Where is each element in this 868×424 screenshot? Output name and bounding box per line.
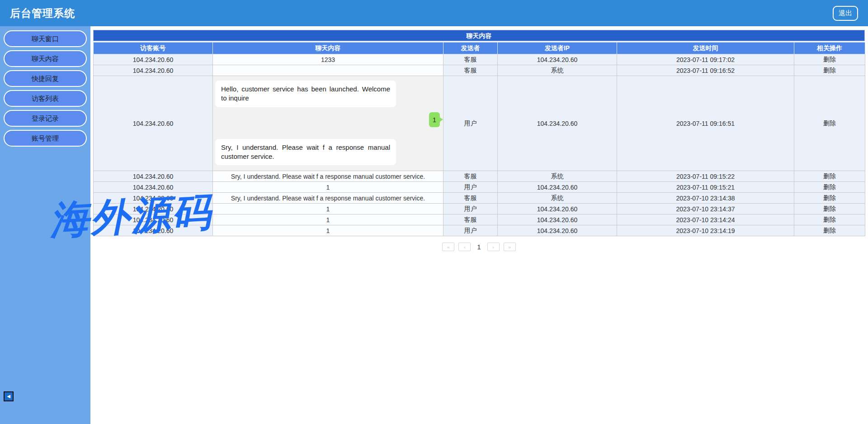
pagination-next-button[interactable]: › bbox=[487, 243, 500, 251]
cell-chat-content: 1 bbox=[213, 214, 443, 225]
cell-sender: 客服 bbox=[443, 171, 498, 182]
cell-sender: 用户 bbox=[443, 204, 498, 214]
table-row: 104.234.20.601233客服104.234.20.602023-07-… bbox=[94, 54, 865, 65]
cell-sender: 用户 bbox=[443, 76, 498, 171]
cell-visitor-account: 104.234.20.60 bbox=[94, 65, 213, 76]
cell-actions: 删除 bbox=[794, 214, 865, 225]
unread-count-badge: 1 bbox=[429, 112, 440, 127]
cell-sender-ip: 系统 bbox=[498, 171, 617, 182]
cell-visitor-account: 104.234.20.60 bbox=[94, 214, 213, 225]
table-body: 104.234.20.601233客服104.234.20.602023-07-… bbox=[94, 54, 865, 236]
cell-actions: 删除 bbox=[794, 182, 865, 193]
delete-button[interactable]: 删除 bbox=[823, 172, 836, 180]
chat-panel: Hello, customer service has been launche… bbox=[213, 76, 443, 165]
cell-send-time: 2023-07-11 09:15:22 bbox=[617, 171, 794, 182]
cell-sender-ip: 104.234.20.60 bbox=[498, 54, 617, 65]
cell-send-time: 2023-07-10 23:14:37 bbox=[617, 204, 794, 214]
chevron-left-icon: ◀ bbox=[7, 394, 10, 399]
page-title: 后台管理系统 bbox=[10, 6, 75, 20]
cell-sender: 客服 bbox=[443, 54, 498, 65]
table-row: 104.234.20.60Sry, I understand. Please w… bbox=[94, 171, 865, 182]
column-header: 访客账号 bbox=[94, 43, 213, 54]
sidebar-item-2[interactable]: 快捷回复 bbox=[4, 70, 87, 87]
cell-visitor-account: 104.234.20.60 bbox=[94, 76, 213, 171]
cell-sender: 客服 bbox=[443, 214, 498, 225]
cell-sender: 客服 bbox=[443, 193, 498, 204]
cell-actions: 删除 bbox=[794, 193, 865, 204]
sidebar-item-4[interactable]: 登录记录 bbox=[4, 110, 87, 127]
pagination-current-page: 1 bbox=[477, 243, 481, 251]
cell-visitor-account: 104.234.20.60 bbox=[94, 171, 213, 182]
cell-sender-ip: 104.234.20.60 bbox=[498, 214, 617, 225]
cell-sender: 用户 bbox=[443, 225, 498, 236]
cell-send-time: 2023-07-10 23:14:38 bbox=[617, 193, 794, 204]
chat-content-table: 聊天内容 访客账号聊天内容发送者发送者IP发送时间相关操作 104.234.20… bbox=[93, 30, 865, 236]
pagination-last-button[interactable]: » bbox=[504, 243, 516, 251]
app-header: 后台管理系统 退出 bbox=[0, 0, 868, 26]
cell-chat-content: 1 bbox=[213, 182, 443, 193]
cell-chat-content: Sry, I understand. Please wait f a respo… bbox=[213, 193, 443, 204]
cell-sender-ip: 系统 bbox=[498, 65, 617, 76]
cell-sender: 客服 bbox=[443, 65, 498, 76]
delete-button[interactable]: 删除 bbox=[823, 194, 836, 201]
cell-actions: 删除 bbox=[794, 76, 865, 171]
delete-button[interactable]: 删除 bbox=[823, 67, 836, 74]
table-row: 104.234.20.601客服104.234.20.602023-07-10 … bbox=[94, 214, 865, 225]
cell-sender-ip: 104.234.20.60 bbox=[498, 76, 617, 171]
cell-chat-content: Sry, I understand. Please wait f a respo… bbox=[213, 171, 443, 182]
delete-button[interactable]: 删除 bbox=[823, 56, 836, 63]
cell-send-time: 2023-07-10 23:14:24 bbox=[617, 214, 794, 225]
delete-button[interactable]: 删除 bbox=[823, 205, 836, 212]
table-title: 聊天内容 bbox=[93, 30, 865, 41]
logout-button[interactable]: 退出 bbox=[833, 6, 858, 21]
delete-button[interactable]: 删除 bbox=[823, 119, 836, 127]
column-header: 发送者IP bbox=[498, 43, 617, 54]
cell-visitor-account: 104.234.20.60 bbox=[94, 54, 213, 65]
column-header: 相关操作 bbox=[794, 43, 865, 54]
cell-send-time: 2023-07-11 09:16:52 bbox=[617, 65, 794, 76]
cell-chat-content: 1 bbox=[213, 204, 443, 214]
cell-sender-ip: 104.234.20.60 bbox=[498, 182, 617, 193]
sidebar-item-3[interactable]: 访客列表 bbox=[4, 90, 87, 107]
cell-chat-content bbox=[213, 65, 443, 76]
cell-sender-ip: 系统 bbox=[498, 193, 617, 204]
pagination-prev-button[interactable]: ‹ bbox=[458, 243, 471, 251]
sidebar-item-5[interactable]: 账号管理 bbox=[4, 130, 87, 147]
chat-bubble: Sry, I understand. Please wait f a respo… bbox=[215, 139, 396, 166]
delete-button[interactable]: 删除 bbox=[823, 227, 836, 234]
delete-button[interactable]: 删除 bbox=[823, 183, 836, 191]
sidebar-collapse-button[interactable]: ◀ bbox=[4, 391, 14, 401]
cell-actions: 删除 bbox=[794, 65, 865, 76]
cell-visitor-account: 104.234.20.60 bbox=[94, 182, 213, 193]
cell-sender-ip: 104.234.20.60 bbox=[498, 225, 617, 236]
cell-send-time: 2023-07-10 23:14:19 bbox=[617, 225, 794, 236]
cell-send-time: 2023-07-11 09:15:21 bbox=[617, 182, 794, 193]
cell-visitor-account: 104.234.20.60 bbox=[94, 204, 213, 214]
table-row: 104.234.20.601用户104.234.20.602023-07-11 … bbox=[94, 182, 865, 193]
cell-actions: 删除 bbox=[794, 225, 865, 236]
table-row: 104.234.20.601用户104.234.20.602023-07-10 … bbox=[94, 225, 865, 236]
cell-send-time: 2023-07-11 09:17:02 bbox=[617, 54, 794, 65]
table-row: 104.234.20.601用户104.234.20.602023-07-10 … bbox=[94, 204, 865, 214]
chat-bubble: Hello, customer service has been launche… bbox=[215, 81, 396, 107]
sidebar: 聊天窗口聊天内容快捷回复访客列表登录记录账号管理 ◀ bbox=[0, 26, 90, 424]
cell-actions: 删除 bbox=[794, 204, 865, 214]
column-header: 发送时间 bbox=[617, 43, 794, 54]
cell-visitor-account: 104.234.20.60 bbox=[94, 193, 213, 204]
main-content: 聊天内容 访客账号聊天内容发送者发送者IP发送时间相关操作 104.234.20… bbox=[90, 26, 868, 424]
pagination-first-button[interactable]: « bbox=[442, 243, 454, 251]
chat-content-cell: Hello, customer service has been launche… bbox=[213, 76, 443, 171]
cell-sender-ip: 104.234.20.60 bbox=[498, 204, 617, 214]
cell-actions: 删除 bbox=[794, 171, 865, 182]
sidebar-item-0[interactable]: 聊天窗口 bbox=[4, 30, 87, 47]
cell-visitor-account: 104.234.20.60 bbox=[94, 225, 213, 236]
cell-actions: 删除 bbox=[794, 54, 865, 65]
cell-chat-content: 1 bbox=[213, 225, 443, 236]
table-header-row: 访客账号聊天内容发送者发送者IP发送时间相关操作 bbox=[94, 43, 865, 54]
column-header: 聊天内容 bbox=[213, 43, 443, 54]
sidebar-menu: 聊天窗口聊天内容快捷回复访客列表登录记录账号管理 bbox=[0, 30, 90, 147]
delete-button[interactable]: 删除 bbox=[823, 216, 836, 223]
sidebar-item-1[interactable]: 聊天内容 bbox=[4, 50, 87, 67]
cell-sender: 用户 bbox=[443, 182, 498, 193]
pagination: « ‹ 1 › » bbox=[93, 243, 865, 251]
